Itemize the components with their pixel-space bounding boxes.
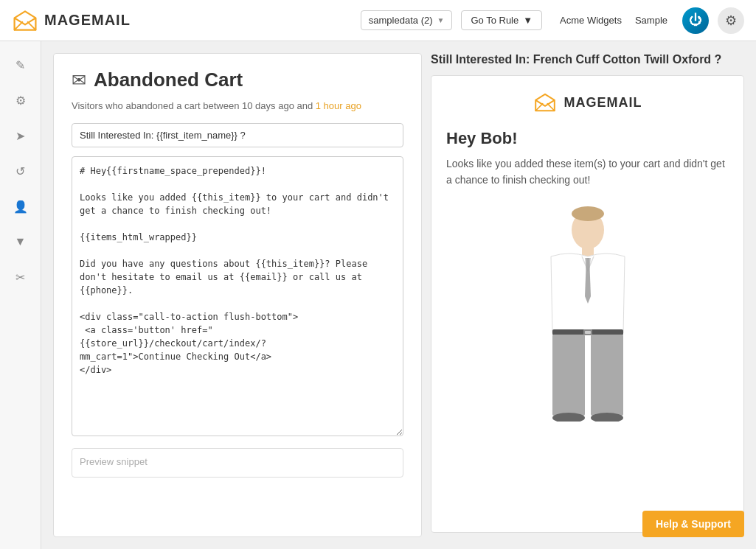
subtitle: Visitors who abandoned a cart between 10… — [72, 100, 403, 111]
preview-snippet-box: Preview snippet — [72, 448, 403, 478]
page-header: ✉ Abandoned Cart — [72, 69, 403, 91]
sidebar: ✎ ⚙ ➤ ↺ 👤 ▼ ✂ — [0, 41, 41, 549]
main-layout: ✎ ⚙ ➤ ↺ 👤 ▼ ✂ ✉ Abandoned Cart — [0, 41, 756, 549]
right-panel: Still Interested In: French Cuff Cotton … — [431, 53, 744, 537]
edit-icon: ✎ — [15, 58, 25, 72]
preview-title: Still Interested In: French Cuff Cotton … — [431, 53, 744, 66]
settings-button[interactable]: ⚙ — [718, 7, 744, 34]
send-icon: ➤ — [15, 129, 25, 143]
email-preview: MAGEMAIL Hey Bob! Looks like you added t… — [431, 75, 744, 533]
go-to-rule-button[interactable]: Go To Rule ▼ — [461, 10, 542, 30]
user-name: Sample — [635, 15, 667, 26]
sidebar-item-refresh[interactable]: ↺ — [6, 156, 35, 186]
body-textarea[interactable]: # Hey{{firstname_space_prepended}}! Look… — [72, 156, 403, 436]
sidebar-item-settings[interactable]: ⚙ — [6, 85, 35, 115]
preview-logo-text: MAGEMAIL — [564, 95, 642, 111]
settings-icon: ⚙ — [15, 94, 26, 108]
chevron-down-icon: ▼ — [437, 16, 445, 24]
svg-point-7 — [572, 206, 604, 221]
logo-icon — [12, 7, 38, 34]
svg-rect-15 — [585, 331, 591, 334]
header: MAGEMAIL sampledata (2) ▼ Go To Rule ▼ A… — [0, 0, 756, 41]
preview-greeting: Hey Bob! — [446, 129, 729, 148]
gear-icon: ⚙ — [725, 13, 737, 29]
sidebar-item-user[interactable]: 👤 — [6, 192, 35, 221]
preview-snippet-label: Preview snippet — [80, 456, 148, 467]
content-area: ✉ Abandoned Cart Visitors who abandoned … — [41, 41, 756, 549]
refresh-icon: ↺ — [15, 164, 25, 178]
tool-icon: ✂ — [15, 270, 25, 284]
svg-line-4 — [535, 104, 543, 111]
logo-area: MAGEMAIL — [12, 7, 131, 34]
power-icon: ⏻ — [689, 13, 702, 28]
chevron-down-icon: ▼ — [523, 15, 533, 26]
help-support-button[interactable]: Help & Support — [642, 511, 744, 537]
company-name: Acme Widgets — [560, 15, 622, 26]
svg-line-1 — [15, 21, 23, 29]
preview-logo-icon — [533, 91, 557, 114]
power-button[interactable]: ⏻ — [682, 7, 709, 34]
sidebar-item-send[interactable]: ➤ — [6, 121, 35, 150]
user-icon: 👤 — [13, 200, 28, 214]
left-panel: ✉ Abandoned Cart Visitors who abandoned … — [53, 53, 422, 537]
svg-rect-11 — [552, 335, 585, 416]
preview-image — [446, 200, 729, 422]
preview-logo-area: MAGEMAIL — [446, 91, 729, 114]
page-title: Abandoned Cart — [94, 69, 243, 91]
mail-icon: ✉ — [72, 70, 86, 91]
logo-text: MAGEMAIL — [44, 12, 131, 29]
subtitle-link[interactable]: 1 hour ago — [316, 100, 361, 111]
svg-line-5 — [547, 104, 555, 111]
sample-data-dropdown[interactable]: sampledata (2) ▼ — [361, 10, 453, 30]
sidebar-item-tool[interactable]: ✂ — [6, 262, 35, 292]
preview-body-text: Looks like you added these item(s) to yo… — [446, 155, 729, 189]
sidebar-item-filter[interactable]: ▼ — [6, 227, 35, 256]
svg-line-2 — [28, 21, 36, 29]
svg-rect-12 — [591, 335, 623, 416]
filter-icon: ▼ — [15, 235, 27, 248]
subject-input[interactable] — [72, 123, 403, 147]
sidebar-item-edit[interactable]: ✎ — [6, 50, 35, 80]
